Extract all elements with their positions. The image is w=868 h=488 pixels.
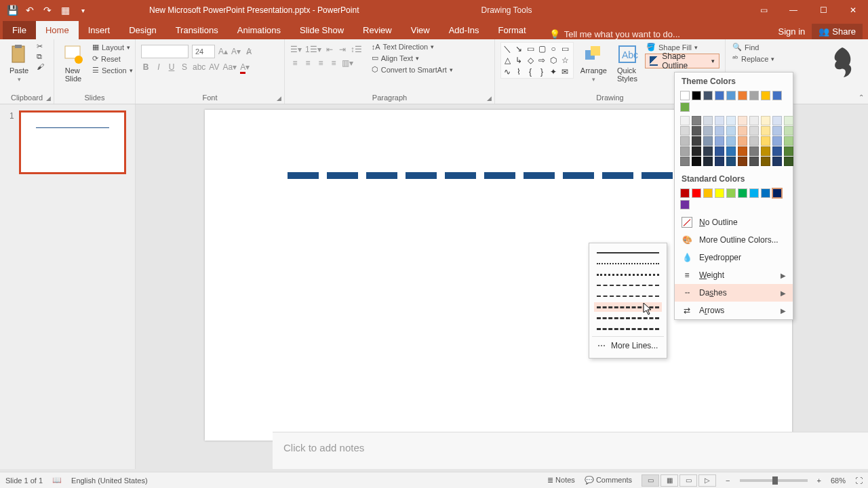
dash-option-round-dot[interactable] — [594, 259, 662, 268]
color-swatch[interactable] — [726, 188, 736, 198]
justify-icon[interactable]: ≡ — [329, 58, 338, 68]
color-swatch[interactable] — [692, 136, 701, 146]
color-swatch[interactable] — [680, 200, 690, 209]
new-slide-button[interactable]: New Slide — [60, 42, 87, 84]
hexagon-shape-icon[interactable]: ⬡ — [549, 56, 558, 65]
flowchart-shape-icon[interactable]: ◇ — [526, 56, 535, 65]
cut-icon[interactable]: ✂ — [37, 42, 44, 51]
color-swatch[interactable] — [680, 102, 690, 112]
italic-icon[interactable]: I — [154, 62, 163, 72]
dashes-item[interactable]: ╌ Dashes ▶ — [675, 284, 793, 302]
reset-button[interactable]: ⟳Reset — [91, 54, 134, 64]
color-swatch[interactable] — [761, 146, 770, 156]
color-swatch[interactable] — [692, 157, 701, 166]
color-swatch[interactable] — [703, 157, 713, 166]
color-swatch[interactable] — [715, 157, 724, 166]
star4-shape-icon[interactable]: ✦ — [549, 67, 558, 77]
color-swatch[interactable] — [749, 136, 759, 146]
slide-thumbnails-pane[interactable]: 1 — [0, 104, 136, 469]
color-swatch[interactable] — [749, 126, 759, 136]
color-swatch[interactable] — [784, 126, 793, 136]
arrange-button[interactable]: Arrange ▾ — [578, 42, 610, 84]
color-swatch[interactable] — [761, 126, 770, 136]
color-swatch[interactable] — [692, 188, 701, 198]
color-swatch[interactable] — [726, 146, 736, 156]
color-swatch[interactable] — [726, 91, 736, 100]
dash-option-square-dot[interactable] — [594, 270, 662, 279]
color-swatch[interactable] — [680, 136, 690, 146]
color-swatch[interactable] — [703, 146, 713, 156]
color-swatch[interactable] — [680, 157, 690, 166]
color-swatch[interactable] — [772, 116, 782, 125]
color-swatch[interactable] — [726, 157, 736, 166]
tab-file[interactable]: File — [3, 21, 36, 39]
format-painter-icon[interactable]: 🖌 — [37, 62, 44, 70]
weight-item[interactable]: ≡ Weight ▶ — [675, 266, 793, 284]
tab-review[interactable]: Review — [353, 21, 401, 39]
language-indicator[interactable]: English (United States) — [71, 476, 148, 485]
color-swatch[interactable] — [680, 116, 690, 125]
color-swatch[interactable] — [726, 126, 736, 136]
underline-icon[interactable]: U — [167, 62, 176, 72]
color-swatch[interactable] — [784, 157, 793, 166]
color-swatch[interactable] — [692, 146, 701, 156]
color-swatch[interactable] — [761, 136, 770, 146]
start-from-beginning-icon[interactable]: ▦ — [60, 5, 71, 16]
tell-me-search[interactable]: 💡 Tell me what you want to do... — [549, 29, 680, 39]
color-swatch[interactable] — [784, 116, 793, 125]
minimize-icon[interactable]: — — [778, 0, 808, 20]
share-button[interactable]: 👥 Share — [812, 24, 863, 39]
decrease-indent-icon[interactable]: ⇤ — [325, 45, 334, 54]
text-direction-button[interactable]: ↕AText Direction▾ — [370, 42, 454, 52]
color-swatch[interactable] — [680, 146, 690, 156]
star-shape-icon[interactable]: ☆ — [560, 56, 570, 65]
save-icon[interactable]: 💾 — [7, 5, 18, 16]
tab-transitions[interactable]: Transitions — [166, 21, 228, 39]
elbow-connector-icon[interactable]: ↳ — [514, 56, 524, 65]
color-swatch[interactable] — [749, 116, 759, 125]
character-spacing-icon[interactable]: AV — [209, 62, 219, 72]
line-shape-icon[interactable]: ＼ — [502, 44, 512, 54]
slide-counter[interactable]: Slide 1 of 1 — [5, 476, 43, 485]
find-button[interactable]: 🔍Find — [731, 42, 776, 52]
collapse-ribbon-icon[interactable]: ⌃ — [859, 94, 864, 101]
paste-button[interactable]: Paste ▾ — [5, 42, 33, 84]
tab-design[interactable]: Design — [119, 21, 165, 39]
bold-icon[interactable]: B — [141, 62, 151, 72]
font-family-input[interactable] — [141, 45, 189, 58]
color-swatch[interactable] — [772, 188, 782, 198]
color-swatch[interactable] — [784, 136, 793, 146]
color-swatch[interactable] — [761, 157, 770, 166]
shadow-icon[interactable]: S — [180, 62, 189, 72]
tab-addins[interactable]: Add-Ins — [439, 21, 489, 39]
dialog-launcher-icon[interactable]: ◢ — [487, 95, 492, 102]
align-left-icon[interactable]: ≡ — [290, 58, 300, 68]
undo-icon[interactable]: ↶ — [24, 5, 35, 16]
shapes-gallery[interactable]: ＼ ↘ ▭ ▢ ○ ▭ △ ↳ ◇ ⇨ ⬡ ☆ ∿ ⌇ { } ✦ ✉ — [500, 42, 574, 79]
bullets-icon[interactable]: ☰▾ — [290, 45, 302, 54]
no-outline-item[interactable]: No Outline — [675, 214, 793, 231]
color-swatch[interactable] — [726, 136, 736, 146]
right-arrow-shape-icon[interactable]: ⇨ — [537, 56, 547, 65]
textbox-shape-icon[interactable]: ▭ — [560, 44, 570, 54]
align-center-icon[interactable]: ≡ — [303, 58, 313, 68]
color-swatch[interactable] — [738, 157, 747, 166]
change-case-icon[interactable]: Aa▾ — [222, 62, 237, 72]
quick-styles-button[interactable]: Abc Quick Styles — [614, 42, 641, 84]
copy-icon[interactable]: ⧉ — [37, 52, 44, 61]
comments-toggle[interactable]: 💬 Comments — [585, 476, 632, 485]
clear-formatting-icon[interactable]: A̷ — [244, 47, 254, 56]
eyedropper-item[interactable]: 💧 Eyedropper — [675, 249, 793, 266]
numbering-icon[interactable]: 1☰▾ — [305, 45, 321, 54]
columns-icon[interactable]: ▥▾ — [342, 58, 353, 68]
color-swatch[interactable] — [703, 126, 713, 136]
increase-indent-icon[interactable]: ⇥ — [338, 45, 347, 54]
color-swatch[interactable] — [761, 188, 770, 198]
tab-animations[interactable]: Animations — [228, 21, 290, 39]
tab-insert[interactable]: Insert — [79, 21, 120, 39]
color-swatch[interactable] — [715, 188, 724, 198]
triangle-shape-icon[interactable]: △ — [502, 56, 512, 65]
color-swatch[interactable] — [749, 188, 759, 198]
normal-view-icon[interactable]: ▭ — [642, 474, 659, 487]
dialog-launcher-icon[interactable]: ◢ — [46, 95, 51, 102]
